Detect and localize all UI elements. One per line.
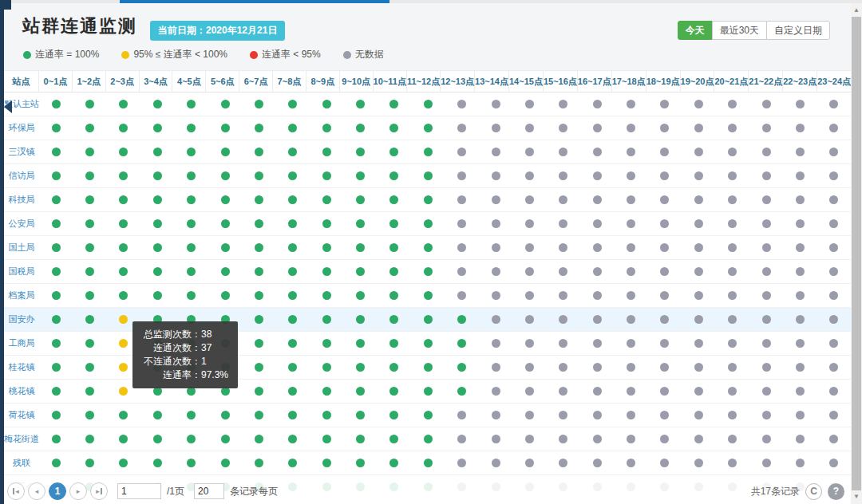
status-dot-green[interactable] (52, 171, 61, 180)
status-dot-green[interactable] (187, 459, 196, 467)
status-dot-green[interactable] (424, 124, 433, 132)
status-dot-green[interactable] (119, 291, 128, 300)
status-dot-green[interactable] (457, 387, 466, 396)
status-dot-gray[interactable] (660, 435, 669, 443)
status-dot-green[interactable] (288, 148, 297, 156)
status-dot-gray[interactable] (660, 219, 669, 228)
status-dot-gray[interactable] (593, 435, 602, 443)
status-dot-green[interactable] (187, 195, 196, 204)
status-dot-green[interactable] (389, 387, 398, 396)
status-dot-gray[interactable] (660, 100, 669, 108)
status-dot-gray[interactable] (829, 195, 838, 204)
status-dot-green[interactable] (389, 243, 398, 252)
status-dot-green[interactable] (153, 411, 162, 419)
status-dot-gray[interactable] (627, 459, 635, 467)
status-dot-gray[interactable] (593, 459, 602, 467)
status-dot-gray[interactable] (829, 267, 838, 276)
status-dot-gray[interactable] (829, 435, 838, 443)
current-page-button[interactable]: 1 (49, 482, 66, 500)
status-dot-gray[interactable] (492, 267, 500, 276)
status-dot-green[interactable] (221, 219, 230, 228)
status-dot-gray[interactable] (728, 459, 737, 467)
status-dot-green[interactable] (187, 148, 196, 156)
status-dot-gray[interactable] (829, 243, 838, 252)
status-dot-green[interactable] (255, 435, 263, 443)
status-dot-gray[interactable] (796, 243, 805, 252)
status-dot-gray[interactable] (559, 195, 567, 204)
status-dot-green[interactable] (119, 171, 128, 180)
status-dot-gray[interactable] (660, 171, 669, 180)
status-dot-gray[interactable] (457, 291, 466, 300)
status-dot-gray[interactable] (762, 148, 771, 156)
status-dot-gray[interactable] (796, 148, 805, 156)
status-dot-green[interactable] (221, 195, 230, 204)
status-dot-gray[interactable] (457, 243, 466, 252)
status-dot-gray[interactable] (627, 124, 635, 132)
status-dot-green[interactable] (187, 219, 196, 228)
status-dot-green[interactable] (221, 459, 230, 467)
vertical-scrollbar[interactable]: ▲ ▼ (851, 3, 862, 504)
status-dot-green[interactable] (52, 411, 61, 419)
status-dot-gray[interactable] (593, 219, 602, 228)
status-dot-gray[interactable] (457, 171, 466, 180)
status-dot-gray[interactable] (525, 243, 534, 252)
status-dot-green[interactable] (221, 267, 230, 276)
status-dot-gray[interactable] (559, 124, 567, 132)
status-dot-gray[interactable] (728, 243, 737, 252)
site-name-link[interactable]: 桂花镇 (4, 361, 39, 373)
status-dot-green[interactable] (187, 411, 196, 419)
status-dot-gray[interactable] (457, 124, 466, 132)
status-dot-gray[interactable] (694, 459, 703, 467)
status-dot-gray[interactable] (457, 459, 466, 467)
status-dot-gray[interactable] (728, 411, 737, 419)
status-dot-green[interactable] (322, 124, 331, 132)
status-dot-gray[interactable] (627, 148, 635, 156)
status-dot-green[interactable] (187, 267, 196, 276)
status-dot-gray[interactable] (694, 339, 703, 348)
status-dot-green[interactable] (288, 267, 297, 276)
status-dot-gray[interactable] (762, 339, 771, 348)
status-dot-gray[interactable] (593, 171, 602, 180)
status-dot-green[interactable] (85, 171, 94, 180)
status-dot-green[interactable] (288, 171, 297, 180)
status-dot-gray[interactable] (627, 219, 635, 228)
status-dot-gray[interactable] (525, 315, 534, 324)
status-dot-gray[interactable] (457, 435, 466, 443)
status-dot-green[interactable] (255, 291, 263, 300)
status-dot-gray[interactable] (492, 291, 500, 300)
status-dot-gray[interactable] (525, 124, 534, 132)
status-dot-gray[interactable] (660, 267, 669, 276)
status-dot-gray[interactable] (829, 387, 838, 396)
status-dot-green[interactable] (221, 148, 230, 156)
status-dot-green[interactable] (85, 219, 94, 228)
status-dot-green[interactable] (52, 387, 61, 396)
status-dot-gray[interactable] (762, 315, 771, 324)
status-dot-gray[interactable] (762, 124, 771, 132)
status-dot-green[interactable] (255, 124, 263, 132)
status-dot-green[interactable] (389, 339, 398, 348)
status-dot-gray[interactable] (627, 387, 635, 396)
scrollbar-up-icon[interactable]: ▲ (851, 5, 862, 16)
status-dot-green[interactable] (119, 459, 128, 467)
status-dot-green[interactable] (153, 219, 162, 228)
site-name-link[interactable]: 公安局 (4, 218, 39, 230)
status-dot-gray[interactable] (829, 148, 838, 156)
status-dot-green[interactable] (52, 267, 61, 276)
status-dot-gray[interactable] (694, 363, 703, 372)
status-dot-green[interactable] (322, 267, 331, 276)
status-dot-green[interactable] (356, 315, 365, 324)
status-dot-gray[interactable] (492, 411, 500, 419)
status-dot-green[interactable] (322, 243, 331, 252)
status-dot-gray[interactable] (559, 219, 567, 228)
help-icon[interactable]: ? (828, 483, 844, 500)
status-dot-green[interactable] (389, 267, 398, 276)
date-range-button-自定义日期[interactable]: 自定义日期 (766, 21, 830, 40)
status-dot-green[interactable] (119, 435, 128, 443)
status-dot-green[interactable] (424, 363, 433, 372)
status-dot-gray[interactable] (525, 148, 534, 156)
status-dot-green[interactable] (85, 339, 94, 348)
status-dot-green[interactable] (52, 435, 61, 443)
site-name-link[interactable]: 国税局 (4, 266, 39, 278)
status-dot-gray[interactable] (762, 243, 771, 252)
site-name-link[interactable]: 档案局 (4, 289, 39, 301)
